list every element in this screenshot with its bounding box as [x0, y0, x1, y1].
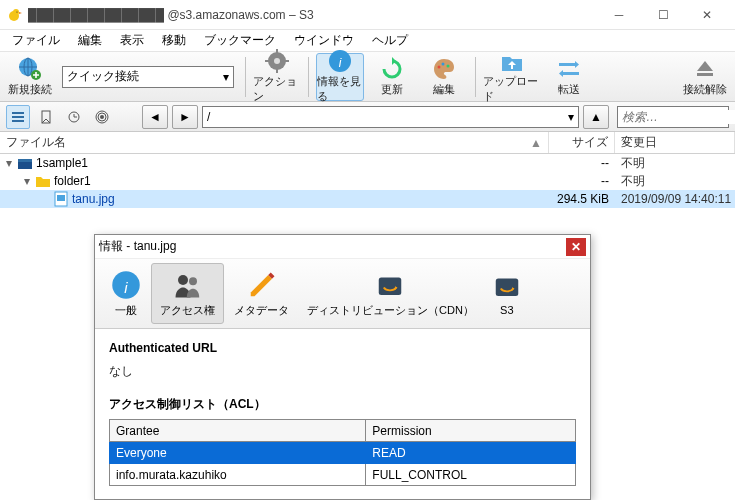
- svg-point-16: [447, 64, 450, 67]
- new-connection-button[interactable]: 新規接続: [6, 53, 54, 101]
- menu-bookmark[interactable]: ブックマーク: [196, 30, 284, 51]
- search-input[interactable]: [622, 110, 735, 124]
- menu-go[interactable]: 移動: [154, 30, 194, 51]
- dialog-titlebar: 情報 - tanu.jpg ✕: [95, 235, 590, 259]
- svg-point-25: [100, 115, 104, 119]
- path-dropdown[interactable]: / ▾: [202, 106, 579, 128]
- info-label: 情報を見る: [317, 74, 363, 104]
- tab-s3[interactable]: S3: [484, 263, 530, 324]
- svg-point-7: [274, 58, 280, 64]
- bookmark-button[interactable]: [34, 105, 58, 129]
- history-button[interactable]: [62, 105, 86, 129]
- table-header-row: Grantee Permission: [110, 420, 576, 442]
- dialog-close-button[interactable]: ✕: [566, 238, 586, 256]
- secondary-toolbar: ◄ ► / ▾ ▲ 🔍: [0, 102, 735, 132]
- cell-grantee: info.murata.kazuhiko: [110, 464, 366, 486]
- menu-help[interactable]: ヘルプ: [364, 30, 416, 51]
- acl-table: Grantee Permission Everyone READ info.mu…: [109, 419, 576, 486]
- image-file-icon: [53, 191, 69, 207]
- svg-rect-36: [379, 277, 402, 295]
- refresh-label: 更新: [381, 82, 403, 97]
- file-modified: 2019/09/09 14:40:11: [615, 192, 735, 206]
- dialog-body: Authenticated URL なし アクセス制御リスト（ACL） Gran…: [95, 329, 590, 496]
- window-maximize-button[interactable]: ☐: [641, 1, 685, 29]
- menu-edit[interactable]: 編集: [70, 30, 110, 51]
- svg-rect-11: [285, 60, 289, 62]
- nav-up-button[interactable]: ▲: [583, 105, 609, 129]
- menu-view[interactable]: 表示: [112, 30, 152, 51]
- transfer-icon: [557, 57, 581, 81]
- edit-button[interactable]: 編集: [420, 53, 468, 101]
- svg-rect-21: [12, 116, 24, 118]
- aws-box-icon: [375, 270, 405, 300]
- file-name: folder1: [54, 174, 91, 188]
- disconnect-label: 接続解除: [683, 82, 727, 97]
- svg-point-15: [442, 62, 445, 65]
- file-size: --: [549, 156, 615, 170]
- folder-icon: [35, 173, 51, 189]
- column-size[interactable]: サイズ: [549, 132, 615, 153]
- dialog-title: 情報 - tanu.jpg: [99, 238, 566, 255]
- disconnect-button[interactable]: 接続解除: [681, 53, 729, 101]
- col-permission[interactable]: Permission: [366, 420, 576, 442]
- tab-metadata[interactable]: メタデータ: [226, 263, 297, 324]
- action-button[interactable]: アクション: [253, 53, 301, 101]
- table-row[interactable]: info.murata.kazuhiko FULL_CONTROL: [110, 464, 576, 486]
- cell-permission: READ: [366, 442, 576, 464]
- transfer-button[interactable]: 転送: [545, 53, 593, 101]
- svg-rect-17: [559, 63, 575, 66]
- window-title: ████████████████ @s3.amazonaws.com – S3: [28, 8, 597, 22]
- list-item[interactable]: tanu.jpg 294.5 KiB 2019/09/09 14:40:11: [0, 190, 735, 208]
- tab-cdn[interactable]: ディストリビューション（CDN）: [299, 263, 482, 324]
- new-connection-label: 新規接続: [8, 82, 52, 97]
- column-name[interactable]: ファイル名▲: [0, 132, 549, 153]
- bonjour-button[interactable]: [90, 105, 114, 129]
- file-size: --: [549, 174, 615, 188]
- auth-url-heading: Authenticated URL: [109, 341, 576, 355]
- list-item[interactable]: ▾ folder1 -- 不明: [0, 172, 735, 190]
- list-view-button[interactable]: [6, 105, 30, 129]
- upload-button[interactable]: アップロード: [483, 53, 541, 101]
- svg-point-34: [178, 275, 188, 285]
- column-modified[interactable]: 変更日: [615, 132, 735, 153]
- people-icon: [173, 270, 203, 300]
- palette-icon: [432, 57, 456, 81]
- window-minimize-button[interactable]: ─: [597, 1, 641, 29]
- auth-url-value: なし: [109, 363, 576, 380]
- info-button[interactable]: i 情報を見る: [316, 53, 364, 101]
- svg-rect-19: [697, 73, 713, 76]
- quick-connect-dropdown[interactable]: クイック接続 ▾: [62, 66, 234, 88]
- file-name: tanu.jpg: [72, 192, 115, 206]
- search-box[interactable]: 🔍: [617, 106, 729, 128]
- disclosure-open-icon[interactable]: ▾: [4, 156, 14, 170]
- nav-forward-button[interactable]: ►: [172, 105, 198, 129]
- col-grantee[interactable]: Grantee: [110, 420, 366, 442]
- nav-back-button[interactable]: ◄: [142, 105, 168, 129]
- menu-file[interactable]: ファイル: [4, 30, 68, 51]
- menu-window[interactable]: ウインドウ: [286, 30, 362, 51]
- action-label: アクション: [253, 74, 301, 104]
- main-toolbar: 新規接続 クイック接続 ▾ アクション i 情報を見る 更新 編集 アップロード…: [0, 52, 735, 102]
- app-icon: [6, 7, 22, 23]
- list-item[interactable]: ▾ 1sample1 -- 不明: [0, 154, 735, 172]
- dialog-tabs: i 一般 アクセス権 メタデータ ディストリビューション（CDN） S3: [95, 259, 590, 329]
- svg-rect-8: [276, 49, 278, 53]
- edit-label: 編集: [433, 82, 455, 97]
- cell-grantee: Everyone: [110, 442, 366, 464]
- quick-connect-label: クイック接続: [67, 68, 223, 85]
- tab-permissions[interactable]: アクセス権: [151, 263, 224, 324]
- info-icon: i: [111, 270, 141, 300]
- acl-heading: アクセス制御リスト（ACL）: [109, 396, 576, 413]
- tab-metadata-label: メタデータ: [234, 303, 289, 318]
- transfer-label: 転送: [558, 82, 580, 97]
- file-list: ▾ 1sample1 -- 不明 ▾ folder1 -- 不明 tanu.jp…: [0, 154, 735, 208]
- svg-rect-37: [496, 279, 519, 297]
- window-close-button[interactable]: ✕: [685, 1, 729, 29]
- disclosure-open-icon[interactable]: ▾: [22, 174, 32, 188]
- menubar: ファイル 編集 表示 移動 ブックマーク ウインドウ ヘルプ: [0, 30, 735, 52]
- titlebar: ████████████████ @s3.amazonaws.com – S3 …: [0, 0, 735, 30]
- tab-general[interactable]: i 一般: [103, 263, 149, 324]
- table-row[interactable]: Everyone READ: [110, 442, 576, 464]
- column-headers: ファイル名▲ サイズ 変更日: [0, 132, 735, 154]
- refresh-button[interactable]: 更新: [368, 53, 416, 101]
